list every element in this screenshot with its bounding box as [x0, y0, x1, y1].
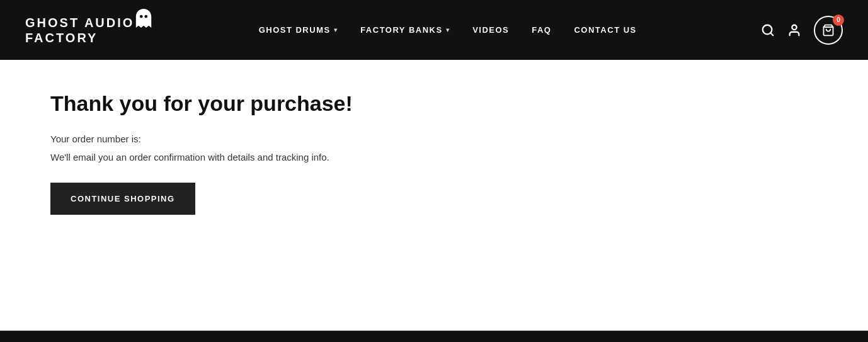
thank-you-title: Thank you for your purchase!	[50, 91, 818, 116]
logo[interactable]: GHOST AUDIO FACTORY	[25, 15, 134, 45]
search-icon	[761, 23, 775, 37]
main-nav: GHOST DRUMS ▾ FACTORY BANKS ▾ VIDEOS FAQ…	[259, 25, 637, 35]
account-button[interactable]	[787, 23, 801, 37]
user-icon	[787, 23, 801, 37]
header-icons: 0	[761, 16, 843, 45]
email-info: We'll email you an order confirmation wi…	[50, 152, 818, 162]
nav-faq[interactable]: FAQ	[532, 25, 551, 35]
chevron-down-icon: ▾	[446, 26, 450, 33]
site-header: GHOST AUDIO FACTORY GHOST DRUMS ▾ FACTOR…	[0, 0, 868, 60]
nav-factory-banks[interactable]: FACTORY BANKS ▾	[360, 25, 450, 35]
nav-videos[interactable]: VIDEOS	[472, 25, 509, 35]
continue-shopping-button[interactable]: CONTINUE SHOPPING	[50, 183, 195, 215]
order-number-line: Your order number is:	[50, 134, 818, 144]
svg-point-1	[145, 14, 148, 18]
site-footer	[0, 331, 868, 342]
nav-ghost-drums[interactable]: GHOST DRUMS ▾	[259, 25, 338, 35]
order-label: Your order number is:	[50, 134, 141, 144]
chevron-down-icon: ▾	[334, 26, 338, 33]
cart-icon	[822, 24, 835, 37]
nav-contact-us[interactable]: CONTACT US	[574, 25, 636, 35]
cart-badge: 0	[833, 14, 844, 26]
svg-point-4	[792, 25, 796, 29]
svg-line-3	[770, 33, 773, 35]
cart-button[interactable]: 0	[814, 16, 843, 45]
svg-point-0	[140, 14, 143, 18]
search-button[interactable]	[761, 23, 775, 37]
logo-line1: GHOST AUDIO	[25, 15, 134, 30]
main-content: Thank you for your purchase! Your order …	[0, 60, 868, 331]
ghost-icon	[135, 9, 152, 28]
logo-line2: FACTORY	[25, 30, 134, 45]
